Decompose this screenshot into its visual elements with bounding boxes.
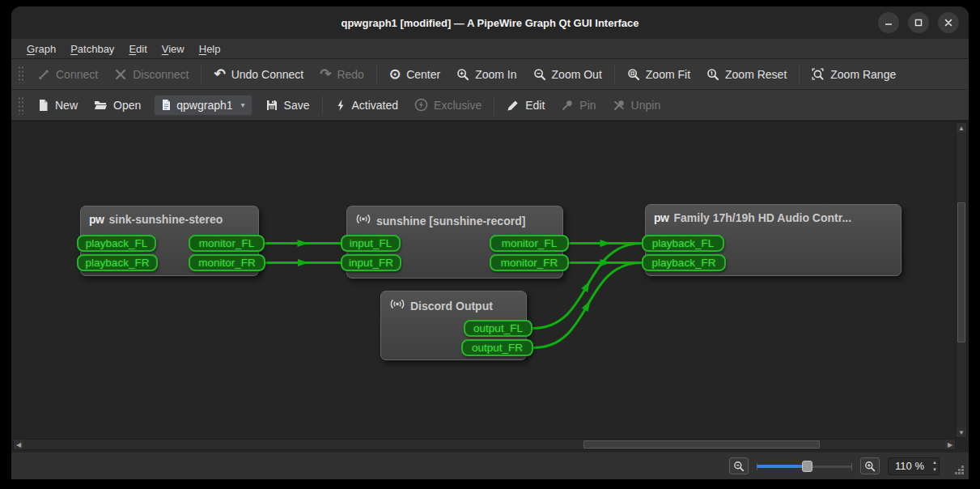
cable-arrow [600, 240, 611, 247]
vertical-scrollbar[interactable]: ▲ ▼ [956, 122, 967, 438]
port-input_FL[interactable]: input_FL [341, 235, 401, 252]
patchbay-file-icon [161, 99, 172, 111]
minimize-icon [884, 18, 893, 28]
patchbay-select[interactable]: qpwgraph1 ▾ [154, 95, 252, 116]
zoom-in-icon [864, 461, 876, 472]
close-icon [944, 18, 953, 28]
scroll-right-arrow[interactable]: ▶ [945, 440, 955, 449]
exclusive-toggle[interactable]: Exclusive [406, 95, 490, 115]
zoom-in-button[interactable]: Zoom In [448, 65, 524, 84]
lightning-circle-icon [414, 98, 428, 112]
save-icon [265, 99, 278, 112]
pin-icon [561, 99, 574, 112]
port-monitor_FL[interactable]: monitor_FL [189, 235, 265, 252]
port-playback_FR[interactable]: playback_FR [642, 254, 726, 271]
cable-arrow [298, 259, 308, 266]
window-title: qpwgraph1 [modified] — A PipeWire Graph … [341, 17, 638, 29]
port-monitor_FR[interactable]: monitor_FR [490, 254, 569, 271]
port-playback_FL[interactable]: playback_FL [642, 235, 724, 252]
new-button[interactable]: New [29, 96, 86, 115]
horizontal-scrollbar-thumb[interactable] [583, 440, 820, 449]
statusbar: 110 % ▲ ▼ [11, 452, 969, 479]
redo-button[interactable]: ↷ Redo [312, 65, 372, 84]
zoom-in-icon [456, 68, 469, 81]
center-button[interactable]: ⊙ Center [381, 65, 448, 84]
stream-icon [355, 213, 371, 228]
zoom-level-value: 110 % [895, 460, 924, 472]
cable-arrow [581, 281, 589, 292]
menubar: Graph Patchbay Edit View Help [11, 39, 969, 59]
minimize-button[interactable] [878, 12, 899, 33]
cables-layer [11, 121, 969, 452]
zoom-out-icon [533, 68, 546, 81]
menu-help[interactable]: Help [192, 41, 228, 57]
statusbar-zoom-out-button[interactable] [729, 457, 749, 474]
port-playback_FL[interactable]: playback_FL [77, 235, 156, 252]
zoom-level-spinbox[interactable]: 110 % ▲ ▼ [888, 457, 940, 475]
pin-button[interactable]: Pin [553, 96, 604, 115]
menu-graph[interactable]: Graph [19, 41, 63, 57]
toolbar-drag-handle[interactable] [18, 96, 24, 114]
horizontal-scrollbar[interactable]: ◀ ▶ [13, 439, 956, 450]
connect-button[interactable]: Connect [29, 65, 106, 84]
zoom-out-button[interactable]: Zoom Out [525, 65, 610, 84]
spin-up-icon[interactable]: ▲ [932, 459, 937, 466]
edit-toggle[interactable]: Edit [498, 96, 553, 115]
close-button[interactable] [938, 12, 959, 33]
disconnect-button[interactable]: Disconnect [106, 65, 197, 84]
maximize-button[interactable] [908, 12, 929, 33]
vertical-scrollbar-thumb[interactable] [957, 202, 965, 342]
patchbay-select-value: qpwgraph1 [176, 99, 232, 112]
cable-arrow [298, 240, 308, 247]
toolbar-separator [322, 96, 323, 115]
activated-toggle[interactable]: Activated [327, 96, 407, 115]
port-playback_FR[interactable]: playback_FR [77, 254, 158, 271]
toolbar-separator [201, 65, 202, 84]
undo-connect-button[interactable]: ↶ Undo Connect [206, 65, 312, 84]
node-title: Discord Output [410, 300, 493, 313]
port-output_FR[interactable]: output_FR [461, 339, 533, 356]
zoom-reset-button[interactable]: Zoom Reset [698, 65, 795, 84]
toolbar-separator [494, 96, 494, 115]
menu-patchbay[interactable]: Patchbay [63, 41, 121, 57]
patchbay-toolbar: New Open qpwgraph1 ▾ Save Activated Excl… [11, 90, 969, 121]
chevron-down-icon: ▾ [241, 100, 245, 109]
zoom-slider[interactable] [757, 460, 852, 473]
resize-grip[interactable] [954, 465, 964, 474]
open-button[interactable]: Open [86, 96, 149, 115]
edit-toolbar: Connect Disconnect ↶ Undo Connect ↷ Redo… [11, 59, 969, 90]
cable-arrow [582, 300, 590, 312]
node-title: sunshine [sunshine-record] [376, 215, 525, 227]
toolbar-drag-handle[interactable] [18, 66, 24, 83]
zoom-reset-icon [706, 68, 719, 81]
statusbar-zoom-in-button[interactable] [860, 457, 880, 474]
zoom-fit-button[interactable]: Zoom Fit [619, 65, 698, 84]
port-output_FL[interactable]: output_FL [464, 320, 532, 337]
pipewire-icon: pw [89, 213, 104, 226]
toolbar-separator [614, 65, 615, 84]
port-input_FR[interactable]: input_FR [341, 254, 401, 271]
node-title: sink-sunshine-stereo [108, 213, 223, 226]
scroll-left-arrow[interactable]: ◀ [14, 440, 23, 449]
spin-down-icon[interactable]: ▼ [932, 466, 937, 473]
zoom-range-button[interactable]: Zoom Range [804, 65, 904, 84]
port-monitor_FL[interactable]: monitor_FL [490, 235, 569, 252]
pipewire-icon: pw [654, 211, 668, 224]
zoom-fit-icon [627, 68, 640, 81]
zoom-slider-handle[interactable] [802, 461, 812, 472]
save-button[interactable]: Save [257, 96, 318, 115]
undo-icon: ↶ [214, 68, 225, 81]
lightning-icon [335, 99, 346, 112]
scroll-down-arrow[interactable]: ▼ [957, 427, 966, 437]
port-monitor_FR[interactable]: monitor_FR [189, 254, 265, 271]
menu-edit[interactable]: Edit [121, 41, 154, 57]
unpin-button[interactable]: Unpin [605, 96, 669, 115]
menu-view[interactable]: View [155, 41, 192, 57]
disconnect-icon [114, 68, 127, 81]
connect-icon [37, 68, 50, 81]
scroll-up-arrow[interactable]: ▲ [957, 123, 966, 133]
new-file-icon [37, 99, 49, 112]
pencil-icon [507, 99, 520, 112]
titlebar[interactable]: qpwgraph1 [modified] — A PipeWire Graph … [11, 6, 969, 39]
graph-canvas[interactable]: pwsink-sunshine-stereoplayback_FLplaybac… [11, 121, 969, 452]
